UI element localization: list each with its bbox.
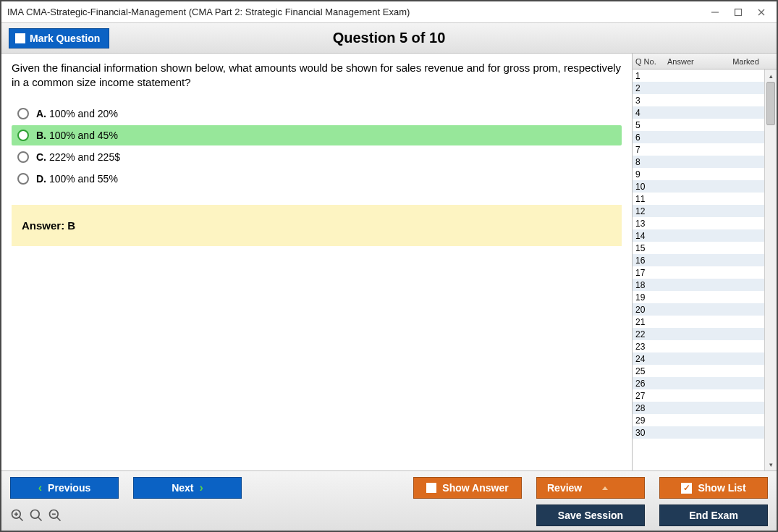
navigator-row[interactable]: 1 <box>633 69 764 82</box>
navigator-row[interactable]: 18 <box>633 279 764 291</box>
navigator-header: Q No. Answer Marked <box>633 54 777 69</box>
navigator-qno: 25 <box>635 366 667 376</box>
navigator-row[interactable]: 22 <box>633 328 764 340</box>
navigator-qno: 13 <box>635 219 667 229</box>
svg-point-8 <box>31 510 40 519</box>
radio-icon <box>17 151 29 163</box>
navigator-row[interactable]: 8 <box>633 156 764 168</box>
navigator-qno: 15 <box>635 243 667 253</box>
mark-question-button[interactable]: Mark Question <box>9 28 109 48</box>
chevron-right-icon: › <box>200 481 203 494</box>
navigator-row[interactable]: 27 <box>633 389 764 402</box>
button-row-1: ‹ Previous Next › Show Answer Review ✓ S… <box>10 477 768 499</box>
navigator-qno: 26 <box>635 379 667 389</box>
option-label: B. 100% and 45% <box>36 130 118 141</box>
navigator-row[interactable]: 11 <box>633 193 764 205</box>
content-row: Given the financial information shown be… <box>1 54 777 470</box>
navigator-row[interactable]: 6 <box>633 131 764 143</box>
answer-label: Answer: B <box>22 219 75 232</box>
next-button[interactable]: Next › <box>133 477 242 499</box>
question-area: Given the financial information shown be… <box>1 54 632 470</box>
navigator-qno: 7 <box>635 145 667 155</box>
scroll-down-icon[interactable]: ▾ <box>765 458 777 470</box>
zoom-out-icon[interactable] <box>48 508 62 523</box>
navigator-row[interactable]: 23 <box>633 340 764 352</box>
navigator-row[interactable]: 10 <box>633 180 764 193</box>
bottom-bar: ‹ Previous Next › Show Answer Review ✓ S… <box>1 470 777 531</box>
navigator-row[interactable]: 21 <box>633 316 764 328</box>
navigator-qno: 12 <box>635 206 667 216</box>
navigator-row[interactable]: 3 <box>633 94 764 106</box>
navigator-row[interactable]: 9 <box>633 168 764 180</box>
option-b[interactable]: B. 100% and 45% <box>12 125 622 145</box>
end-exam-label: End Exam <box>689 510 738 521</box>
show-list-label: Show List <box>698 482 745 494</box>
navigator-row[interactable]: 30 <box>633 426 764 439</box>
option-a[interactable]: A. 100% and 20% <box>12 104 622 124</box>
navigator-row[interactable]: 24 <box>633 352 764 365</box>
navigator-qno: 24 <box>635 354 667 364</box>
show-answer-button[interactable]: Show Answer <box>413 477 522 499</box>
navigator-qno: 11 <box>635 194 667 204</box>
navigator-row[interactable]: 12 <box>633 205 764 217</box>
navigator-row[interactable]: 7 <box>633 143 764 156</box>
navigator-qno: 21 <box>635 317 667 327</box>
zoom-in-icon[interactable] <box>10 508 25 523</box>
navigator-row[interactable]: 2 <box>633 82 764 94</box>
minimize-icon[interactable] <box>710 7 720 17</box>
navigator-row[interactable]: 25 <box>633 365 764 377</box>
navigator-list[interactable]: 1234567891011121314151617181920212223242… <box>633 69 764 470</box>
checkbox-checked-icon: ✓ <box>681 483 692 494</box>
navigator-qno: 18 <box>635 280 667 290</box>
navigator-qno: 4 <box>635 108 667 118</box>
navigator-row[interactable]: 17 <box>633 266 764 279</box>
question-text: Given the financial information shown be… <box>12 61 622 90</box>
app-window: IMA CMA-Strategic-Financial-Management (… <box>0 0 778 532</box>
window-controls <box>710 7 771 17</box>
titlebar: IMA CMA-Strategic-Financial-Management (… <box>1 1 777 23</box>
navigator-row[interactable]: 29 <box>633 414 764 426</box>
radio-icon <box>17 108 29 119</box>
radio-icon <box>17 173 29 185</box>
scroll-thumb[interactable] <box>766 82 775 125</box>
show-list-button[interactable]: ✓ Show List <box>659 477 768 499</box>
previous-button[interactable]: ‹ Previous <box>10 477 119 499</box>
option-label: C. 222% and 225$ <box>36 151 120 163</box>
review-label: Review <box>547 482 582 494</box>
navigator-row[interactable]: 13 <box>633 217 764 229</box>
navigator-qno: 2 <box>635 83 667 93</box>
navigator-qno: 20 <box>635 305 667 315</box>
navigator-row[interactable]: 15 <box>633 242 764 254</box>
previous-label: Previous <box>48 482 90 494</box>
review-button[interactable]: Review <box>536 477 645 499</box>
close-icon[interactable] <box>756 7 766 17</box>
window-title: IMA CMA-Strategic-Financial-Management (… <box>7 7 710 17</box>
option-c[interactable]: C. 222% and 225$ <box>12 147 622 167</box>
save-session-label: Save Session <box>558 510 623 521</box>
scrollbar[interactable]: ▴ ▾ <box>764 69 777 470</box>
navigator-row[interactable]: 4 <box>633 106 764 119</box>
maximize-icon[interactable] <box>733 7 743 17</box>
navigator-qno: 17 <box>635 268 667 278</box>
navigator-row[interactable]: 14 <box>633 229 764 242</box>
options-list: A. 100% and 20%B. 100% and 45%C. 222% an… <box>12 104 622 189</box>
save-session-button[interactable]: Save Session <box>536 504 645 526</box>
navigator-row[interactable]: 16 <box>633 254 764 266</box>
zoom-icon[interactable] <box>29 508 43 523</box>
navigator-row[interactable]: 20 <box>633 303 764 316</box>
option-label: D. 100% and 55% <box>36 173 118 185</box>
navigator-qno: 28 <box>635 403 667 413</box>
navigator-qno: 8 <box>635 157 667 167</box>
svg-rect-1 <box>735 9 742 15</box>
navigator-row[interactable]: 26 <box>633 377 764 389</box>
navigator-row[interactable]: 5 <box>633 119 764 131</box>
navigator-row[interactable]: 28 <box>633 402 764 414</box>
navigator-qno: 10 <box>635 182 667 192</box>
scroll-up-icon[interactable]: ▴ <box>765 69 777 82</box>
option-d[interactable]: D. 100% and 55% <box>12 169 622 189</box>
navigator-qno: 23 <box>635 342 667 352</box>
question-navigator: Q No. Answer Marked 12345678910111213141… <box>632 54 777 470</box>
navigator-qno: 19 <box>635 292 667 303</box>
end-exam-button[interactable]: End Exam <box>659 504 768 526</box>
navigator-row[interactable]: 19 <box>633 291 764 303</box>
